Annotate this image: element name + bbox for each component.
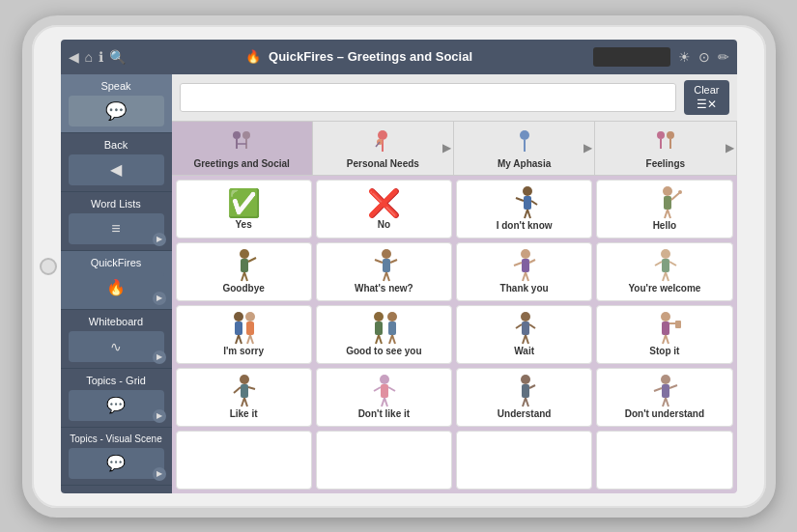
grid-cell-no[interactable]: ❌ No bbox=[316, 180, 452, 238]
svg-line-37 bbox=[390, 260, 397, 263]
grid-cell-dont-understand[interactable]: Don't understand bbox=[596, 368, 732, 427]
svg-rect-91 bbox=[522, 384, 529, 398]
category-tab-personal[interactable]: Personal Needs ▶ bbox=[313, 122, 454, 175]
sidebar-item-back[interactable]: Back ◀ bbox=[61, 133, 172, 192]
main-content: Speak 💬 Back ◀ Word Lists ≡ ▶ bbox=[61, 74, 737, 493]
category-tab-feelings[interactable]: Feelings ▶ bbox=[595, 122, 736, 175]
like-it-figure bbox=[225, 374, 262, 408]
sidebar-item-word-lists[interactable]: Word Lists ≡ ▶ bbox=[61, 192, 172, 251]
personal-nav-icon[interactable]: ▶ bbox=[442, 141, 451, 154]
grid-cell-understand[interactable]: Understand bbox=[456, 368, 592, 427]
svg-point-66 bbox=[521, 312, 530, 322]
whats-new-figure bbox=[365, 248, 402, 283]
grid-cell-like-it[interactable]: Like it bbox=[176, 368, 312, 427]
svg-rect-16 bbox=[524, 196, 531, 210]
svg-line-93 bbox=[526, 398, 528, 406]
sidebar-item-whiteboard[interactable]: Whiteboard ∿ ▶ bbox=[61, 310, 172, 369]
greetings-label: Greetings and Social bbox=[193, 158, 289, 169]
personal-icon bbox=[368, 127, 397, 156]
grid-cell-good-to-see[interactable]: Good to see you bbox=[316, 305, 452, 364]
svg-rect-22 bbox=[664, 196, 671, 210]
understand-figure bbox=[506, 374, 543, 408]
brightness-icon[interactable]: ☀ bbox=[678, 49, 691, 65]
aphasia-icon bbox=[510, 127, 539, 156]
grid-cell-im-sorry[interactable]: I'm sorry bbox=[176, 305, 312, 364]
svg-point-62 bbox=[387, 312, 397, 322]
understand-label: Understand bbox=[498, 408, 552, 420]
grid-cell-dont-know[interactable]: I don't know bbox=[456, 180, 592, 238]
grid-cell-wait[interactable]: Wait bbox=[456, 305, 592, 364]
category-tab-greetings[interactable]: Greetings and Social bbox=[172, 122, 313, 175]
svg-line-30 bbox=[244, 272, 247, 281]
settings-icon[interactable]: ⊙ bbox=[698, 49, 710, 65]
category-tab-aphasia[interactable]: My Aphasia ▶ bbox=[454, 122, 595, 175]
top-search-box[interactable] bbox=[593, 47, 670, 67]
svg-point-26 bbox=[678, 190, 682, 194]
grid-cell-dont-like[interactable]: Don't like it bbox=[316, 368, 452, 427]
svg-point-0 bbox=[233, 131, 241, 139]
hello-label: Hello bbox=[653, 220, 676, 232]
home-button[interactable] bbox=[40, 258, 57, 275]
yes-label: Yes bbox=[236, 219, 252, 231]
tablet-screen: ◀ ⌂ ℹ 🔍 🔥 QuickFires – Greetings and Soc… bbox=[61, 40, 737, 493]
svg-rect-59 bbox=[375, 322, 383, 335]
youre-welcome-figure bbox=[646, 248, 683, 283]
grid-cell-thank-you[interactable]: Thank you bbox=[456, 242, 592, 301]
no-icon: ❌ bbox=[367, 187, 401, 219]
svg-line-71 bbox=[516, 324, 522, 328]
back-nav-icon[interactable]: ◀ bbox=[69, 49, 79, 65]
output-text-field[interactable] bbox=[180, 83, 677, 112]
quickfires-icon: 🔥 bbox=[106, 278, 126, 296]
svg-rect-73 bbox=[662, 322, 669, 335]
grid-cell-hello[interactable]: Hello bbox=[596, 180, 732, 238]
svg-line-82 bbox=[234, 387, 241, 393]
svg-line-83 bbox=[248, 387, 255, 389]
feelings-nav-icon[interactable]: ▶ bbox=[726, 141, 734, 154]
back-icon-box: ◀ bbox=[69, 154, 164, 185]
svg-point-5 bbox=[378, 130, 387, 140]
svg-line-18 bbox=[527, 210, 530, 218]
svg-line-70 bbox=[529, 324, 535, 328]
im-sorry-figure bbox=[225, 311, 262, 346]
svg-rect-79 bbox=[241, 384, 248, 398]
svg-rect-45 bbox=[662, 259, 669, 272]
search-nav-icon[interactable]: 🔍 bbox=[109, 49, 126, 65]
sidebar-item-topics-visual[interactable]: Topics - Visual Scene 💬 ▶ bbox=[61, 428, 172, 486]
sidebar-item-quickfires[interactable]: QuickFires 🔥 ▶ bbox=[61, 251, 172, 310]
svg-line-48 bbox=[655, 262, 662, 266]
aphasia-nav-icon[interactable]: ▶ bbox=[584, 141, 592, 154]
edit-icon[interactable]: ✏ bbox=[718, 49, 729, 65]
grid-cell-yes[interactable]: ✅ Yes bbox=[176, 180, 312, 238]
quickfires-badge: ▶ bbox=[153, 292, 166, 305]
flame-icon: 🔥 bbox=[245, 49, 261, 64]
svg-point-78 bbox=[240, 375, 249, 384]
goodbye-figure bbox=[225, 248, 262, 283]
svg-line-42 bbox=[514, 263, 522, 266]
grid-cell-whats-new[interactable]: What's new? bbox=[316, 242, 452, 301]
svg-line-47 bbox=[666, 272, 669, 281]
no-label: No bbox=[378, 219, 390, 231]
svg-line-31 bbox=[248, 258, 256, 262]
grid-cell-goodbye[interactable]: Goodbye bbox=[176, 242, 312, 301]
grid-cell-youre-welcome[interactable]: You're welcome bbox=[596, 242, 732, 301]
sidebar-item-speak[interactable]: Speak 💬 bbox=[61, 74, 172, 133]
like-it-label: Like it bbox=[230, 408, 258, 420]
svg-point-50 bbox=[234, 312, 243, 322]
clear-button[interactable]: Clear ☰✕ bbox=[684, 80, 728, 115]
home-nav-icon[interactable]: ⌂ bbox=[85, 49, 93, 65]
svg-rect-28 bbox=[241, 259, 248, 272]
svg-rect-51 bbox=[235, 322, 242, 335]
topics-grid-icon: 💬 bbox=[106, 396, 126, 414]
dont-understand-label: Don't understand bbox=[625, 408, 704, 420]
top-bar-right-controls: ☀ ⊙ ✏ bbox=[593, 47, 729, 67]
svg-point-44 bbox=[661, 249, 670, 259]
grid-cell-stop-it[interactable]: Stop it bbox=[596, 305, 732, 364]
info-nav-icon[interactable]: ℹ bbox=[99, 49, 103, 65]
svg-line-19 bbox=[516, 198, 524, 201]
good-to-see-figure bbox=[365, 311, 402, 346]
sidebar-item-topics-grid[interactable]: Topics - Grid 💬 ▶ bbox=[61, 369, 172, 428]
dont-understand-figure bbox=[646, 374, 683, 408]
svg-line-57 bbox=[250, 335, 253, 344]
svg-line-65 bbox=[392, 335, 395, 344]
svg-line-36 bbox=[375, 260, 383, 263]
